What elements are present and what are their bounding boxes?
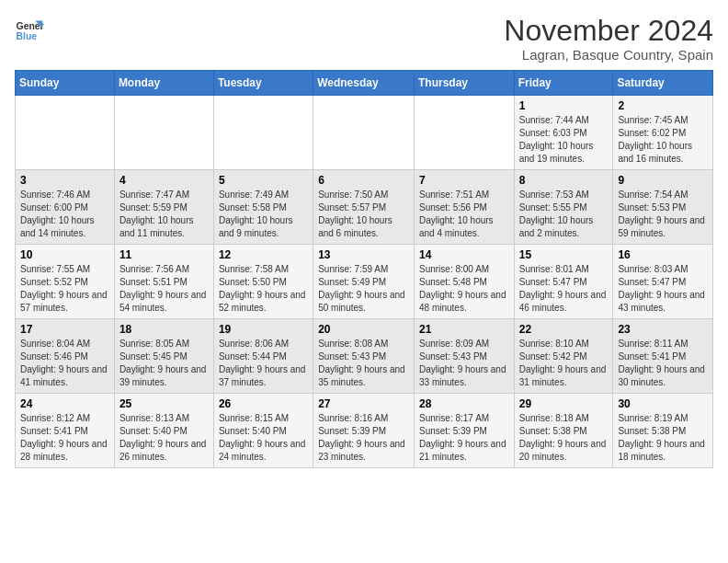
day-number: 14 — [419, 248, 509, 261]
day-number: 9 — [618, 174, 708, 187]
table-cell: 11Sunrise: 7:56 AMSunset: 5:51 PMDayligh… — [114, 245, 213, 319]
header-thursday: Thursday — [414, 71, 514, 96]
page-header: General Blue November 2024 Lagran, Basqu… — [15, 15, 713, 63]
day-number: 20 — [318, 323, 409, 336]
day-number: 24 — [20, 397, 109, 410]
day-info: Sunrise: 7:56 AMSunset: 5:51 PMDaylight:… — [119, 263, 209, 315]
week-row-2: 3Sunrise: 7:46 AMSunset: 6:00 PMDaylight… — [16, 170, 713, 245]
day-info: Sunrise: 7:51 AMSunset: 5:56 PMDaylight:… — [419, 189, 509, 240]
day-info: Sunrise: 7:45 AMSunset: 6:02 PMDaylight:… — [618, 114, 708, 166]
day-info: Sunrise: 7:50 AMSunset: 5:57 PMDaylight:… — [318, 189, 409, 240]
table-cell: 7Sunrise: 7:51 AMSunset: 5:56 PMDaylight… — [414, 170, 514, 245]
day-info: Sunrise: 8:00 AMSunset: 5:48 PMDaylight:… — [419, 263, 509, 315]
day-info: Sunrise: 7:55 AMSunset: 5:52 PMDaylight:… — [20, 263, 109, 315]
day-info: Sunrise: 8:10 AMSunset: 5:42 PMDaylight:… — [519, 338, 609, 389]
day-number: 16 — [618, 248, 708, 261]
table-cell — [414, 96, 514, 170]
logo-icon: General Blue — [15, 15, 44, 44]
day-info: Sunrise: 7:58 AMSunset: 5:50 PMDaylight:… — [219, 263, 308, 315]
day-info: Sunrise: 8:15 AMSunset: 5:40 PMDaylight:… — [219, 412, 308, 464]
day-number: 27 — [318, 397, 409, 410]
day-info: Sunrise: 8:16 AMSunset: 5:39 PMDaylight:… — [318, 412, 409, 464]
header-saturday: Saturday — [613, 71, 713, 96]
table-cell: 12Sunrise: 7:58 AMSunset: 5:50 PMDayligh… — [213, 245, 313, 319]
table-cell: 9Sunrise: 7:54 AMSunset: 5:53 PMDaylight… — [613, 170, 713, 245]
day-number: 18 — [119, 323, 209, 336]
table-cell — [213, 96, 313, 170]
day-info: Sunrise: 7:47 AMSunset: 5:59 PMDaylight:… — [119, 189, 209, 240]
day-info: Sunrise: 8:19 AMSunset: 5:38 PMDaylight:… — [618, 412, 708, 464]
day-info: Sunrise: 7:59 AMSunset: 5:49 PMDaylight:… — [318, 263, 409, 315]
day-info: Sunrise: 8:01 AMSunset: 5:47 PMDaylight:… — [519, 263, 609, 315]
header-wednesday: Wednesday — [313, 71, 415, 96]
day-number: 28 — [419, 397, 509, 410]
day-number: 1 — [519, 99, 609, 112]
day-info: Sunrise: 8:12 AMSunset: 5:41 PMDaylight:… — [20, 412, 109, 464]
week-row-1: 1Sunrise: 7:44 AMSunset: 6:03 PMDaylight… — [16, 96, 713, 170]
day-number: 5 — [219, 174, 308, 187]
week-row-3: 10Sunrise: 7:55 AMSunset: 5:52 PMDayligh… — [16, 245, 713, 319]
day-number: 19 — [219, 323, 308, 336]
day-info: Sunrise: 7:44 AMSunset: 6:03 PMDaylight:… — [519, 114, 609, 166]
day-info: Sunrise: 8:13 AMSunset: 5:40 PMDaylight:… — [119, 412, 209, 464]
day-info: Sunrise: 8:08 AMSunset: 5:43 PMDaylight:… — [318, 338, 409, 389]
day-number: 11 — [119, 248, 209, 261]
month-title: November 2024 — [504, 15, 713, 47]
table-cell: 28Sunrise: 8:17 AMSunset: 5:39 PMDayligh… — [414, 394, 514, 468]
day-number: 8 — [519, 174, 609, 187]
table-cell: 17Sunrise: 8:04 AMSunset: 5:46 PMDayligh… — [16, 319, 115, 394]
calendar-table: Sunday Monday Tuesday Wednesday Thursday… — [15, 70, 713, 468]
day-number: 12 — [219, 248, 308, 261]
header-monday: Monday — [114, 71, 213, 96]
table-cell: 15Sunrise: 8:01 AMSunset: 5:47 PMDayligh… — [514, 245, 613, 319]
day-info: Sunrise: 7:49 AMSunset: 5:58 PMDaylight:… — [219, 189, 308, 240]
svg-text:Blue: Blue — [17, 31, 38, 41]
day-number: 13 — [318, 248, 409, 261]
logo: General Blue — [15, 15, 44, 44]
table-cell: 23Sunrise: 8:11 AMSunset: 5:41 PMDayligh… — [613, 319, 713, 394]
day-info: Sunrise: 8:18 AMSunset: 5:38 PMDaylight:… — [519, 412, 609, 464]
subtitle: Lagran, Basque Country, Spain — [504, 47, 713, 63]
table-cell: 13Sunrise: 7:59 AMSunset: 5:49 PMDayligh… — [313, 245, 415, 319]
table-cell: 6Sunrise: 7:50 AMSunset: 5:57 PMDaylight… — [313, 170, 415, 245]
day-number: 23 — [618, 323, 708, 336]
table-cell — [114, 96, 213, 170]
day-number: 3 — [20, 174, 109, 187]
day-info: Sunrise: 7:53 AMSunset: 5:55 PMDaylight:… — [519, 189, 609, 240]
day-number: 6 — [318, 174, 409, 187]
table-cell: 16Sunrise: 8:03 AMSunset: 5:47 PMDayligh… — [613, 245, 713, 319]
day-number: 21 — [419, 323, 509, 336]
day-info: Sunrise: 8:11 AMSunset: 5:41 PMDaylight:… — [618, 338, 708, 389]
day-info: Sunrise: 8:06 AMSunset: 5:44 PMDaylight:… — [219, 338, 308, 389]
day-info: Sunrise: 8:04 AMSunset: 5:46 PMDaylight:… — [20, 338, 109, 389]
table-cell: 27Sunrise: 8:16 AMSunset: 5:39 PMDayligh… — [313, 394, 415, 468]
table-cell: 26Sunrise: 8:15 AMSunset: 5:40 PMDayligh… — [213, 394, 313, 468]
table-cell: 18Sunrise: 8:05 AMSunset: 5:45 PMDayligh… — [114, 319, 213, 394]
table-cell: 21Sunrise: 8:09 AMSunset: 5:43 PMDayligh… — [414, 319, 514, 394]
table-cell: 30Sunrise: 8:19 AMSunset: 5:38 PMDayligh… — [613, 394, 713, 468]
table-cell — [313, 96, 415, 170]
day-number: 29 — [519, 397, 609, 410]
day-number: 25 — [119, 397, 209, 410]
day-info: Sunrise: 8:09 AMSunset: 5:43 PMDaylight:… — [419, 338, 509, 389]
table-cell: 14Sunrise: 8:00 AMSunset: 5:48 PMDayligh… — [414, 245, 514, 319]
header-tuesday: Tuesday — [213, 71, 313, 96]
table-cell: 4Sunrise: 7:47 AMSunset: 5:59 PMDaylight… — [114, 170, 213, 245]
day-info: Sunrise: 8:17 AMSunset: 5:39 PMDaylight:… — [419, 412, 509, 464]
table-cell: 25Sunrise: 8:13 AMSunset: 5:40 PMDayligh… — [114, 394, 213, 468]
table-cell: 19Sunrise: 8:06 AMSunset: 5:44 PMDayligh… — [213, 319, 313, 394]
day-number: 17 — [20, 323, 109, 336]
table-cell: 22Sunrise: 8:10 AMSunset: 5:42 PMDayligh… — [514, 319, 613, 394]
day-number: 30 — [618, 397, 708, 410]
day-info: Sunrise: 8:03 AMSunset: 5:47 PMDaylight:… — [618, 263, 708, 315]
day-number: 10 — [20, 248, 109, 261]
table-cell: 3Sunrise: 7:46 AMSunset: 6:00 PMDaylight… — [16, 170, 115, 245]
week-row-5: 24Sunrise: 8:12 AMSunset: 5:41 PMDayligh… — [16, 394, 713, 468]
header-sunday: Sunday — [16, 71, 115, 96]
day-info: Sunrise: 7:54 AMSunset: 5:53 PMDaylight:… — [618, 189, 708, 240]
day-number: 4 — [119, 174, 209, 187]
week-row-4: 17Sunrise: 8:04 AMSunset: 5:46 PMDayligh… — [16, 319, 713, 394]
day-info: Sunrise: 8:05 AMSunset: 5:45 PMDaylight:… — [119, 338, 209, 389]
day-number: 2 — [618, 99, 708, 112]
day-number: 7 — [419, 174, 509, 187]
